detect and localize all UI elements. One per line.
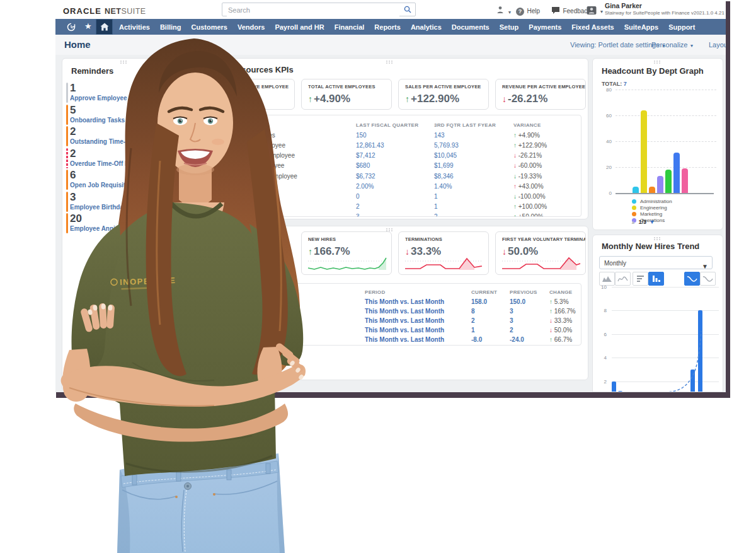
table-value-link[interactable]: $10,045 bbox=[434, 152, 513, 159]
variance-cell: ↓ 33.3% bbox=[549, 317, 581, 324]
table-value-link[interactable]: 2 bbox=[434, 213, 513, 217]
table-value-link[interactable]: 150 bbox=[356, 132, 434, 139]
help-icon: ? bbox=[516, 8, 524, 16]
period-link[interactable]: This Month vs. Last Month bbox=[365, 298, 471, 305]
turnover-kpi-tile[interactable]: TERMINATIONS↓33.3% bbox=[398, 231, 489, 275]
nav-item-vendors[interactable]: Vendors bbox=[238, 23, 265, 31]
arrow-up-icon: ↑ bbox=[549, 298, 553, 305]
drag-handle[interactable] bbox=[386, 228, 392, 230]
roles-menu[interactable]: ▼ bbox=[496, 5, 512, 16]
nav-item-analytics[interactable]: Analytics bbox=[411, 23, 442, 31]
home-icon bbox=[100, 23, 109, 31]
table-value-link[interactable]: 2.00% bbox=[356, 183, 434, 190]
headcount-bar bbox=[641, 110, 647, 193]
chevron-down-icon: ▼ bbox=[599, 9, 604, 14]
legend-label: Marketing bbox=[640, 211, 662, 217]
variance-cell: ↑ 5.3% bbox=[549, 298, 581, 305]
nav-item-documents[interactable]: Documents bbox=[452, 23, 490, 31]
table-value-link[interactable]: $6,732 bbox=[356, 173, 434, 180]
help-button[interactable]: ? Help bbox=[516, 4, 540, 16]
y-axis-tick: 0 bbox=[598, 190, 612, 196]
period-link[interactable]: This Month vs. Last Month bbox=[365, 317, 471, 324]
table-value-link[interactable]: 1 bbox=[471, 327, 510, 334]
table-value-link[interactable]: 12,861.43 bbox=[356, 142, 434, 149]
variance-cell: ↓ 50.0% bbox=[549, 327, 581, 334]
table-value-link[interactable]: 150.0 bbox=[510, 298, 549, 305]
table-value-link[interactable]: 2 bbox=[510, 327, 549, 334]
col-header: PREVIOUS bbox=[510, 289, 549, 295]
table-value-link[interactable]: 2 bbox=[471, 317, 510, 324]
table-value-link[interactable]: 3 bbox=[510, 308, 549, 315]
variance-cell: ↑ 166.7% bbox=[549, 308, 581, 315]
arrow-down-icon: ↓ bbox=[513, 193, 517, 200]
nav-item-billing[interactable]: Billing bbox=[160, 23, 181, 31]
table-value-link[interactable]: 0 bbox=[356, 193, 434, 200]
new-hires-trend-portlet: Monthly New Hires Trend Monthly ▼ 246810 bbox=[592, 235, 723, 392]
variance-cell: ↓ -19.33% bbox=[513, 173, 581, 180]
headcount-portlet: Headcount By Dept Graph TOTAL: 7 0204060… bbox=[592, 58, 723, 230]
drag-handle[interactable] bbox=[386, 61, 392, 62]
arrow-up-icon: ↑ bbox=[549, 336, 553, 343]
headcount-bar bbox=[665, 170, 672, 193]
layout-dropdown[interactable]: Layout ▼ bbox=[709, 41, 726, 49]
table-value-link[interactable]: 3 bbox=[356, 213, 434, 217]
legend-item: Administration bbox=[632, 199, 672, 204]
page-up-icon[interactable]: ▲ bbox=[631, 219, 636, 225]
col-header: CHANGE bbox=[549, 289, 581, 295]
table-value-link[interactable]: -24.0 bbox=[510, 336, 549, 343]
table-value-link[interactable]: 1 bbox=[434, 193, 513, 200]
global-search[interactable] bbox=[222, 3, 416, 16]
table-value-link[interactable]: $1,699 bbox=[434, 162, 513, 169]
table-value-link[interactable]: 1.40% bbox=[434, 183, 513, 190]
tab-home[interactable] bbox=[96, 19, 113, 35]
gridline bbox=[616, 115, 716, 116]
table-value-link[interactable]: 8 bbox=[471, 308, 510, 315]
table-value-link[interactable]: $8,346 bbox=[434, 173, 513, 180]
table-value-link[interactable]: -8.0 bbox=[471, 336, 510, 343]
legend-label: Administration bbox=[640, 199, 672, 204]
nav-item-support[interactable]: Support bbox=[668, 23, 695, 31]
nav-item-payments[interactable]: Payments bbox=[529, 23, 561, 31]
nav-item-fixed-assets[interactable]: Fixed Assets bbox=[571, 23, 614, 31]
arrow-up-icon: ↑ bbox=[513, 142, 517, 149]
nav-item-financial[interactable]: Financial bbox=[335, 23, 365, 31]
recent-records-icon[interactable] bbox=[67, 23, 76, 32]
variance-cell: ↑ +50.00% bbox=[513, 213, 581, 217]
table-value-link[interactable]: 2 bbox=[356, 203, 434, 210]
feedback-button[interactable]: Feedback bbox=[551, 4, 590, 16]
nav-item-reports[interactable]: Reports bbox=[374, 23, 401, 31]
search-icon[interactable] bbox=[404, 6, 411, 13]
table-value-link[interactable]: $7,412 bbox=[356, 152, 434, 159]
nav-item-activities[interactable]: Activities bbox=[119, 23, 150, 31]
col-header: 3RD FQTR LAST FYEAR bbox=[434, 122, 513, 128]
nav-item-suiteapps[interactable]: SuiteApps bbox=[624, 23, 658, 31]
period-link[interactable]: This Month vs. Last Month bbox=[365, 308, 471, 315]
hr-kpi-tile[interactable]: SALES PER ACTIVE EMPLOYEE↑+122.90% bbox=[398, 79, 489, 110]
arrow-up-icon: ↑ bbox=[513, 183, 517, 190]
hr-kpi-tile[interactable]: REVENUE PER ACTIVE EMPLOYEE↓-26.21% bbox=[495, 79, 586, 110]
y-axis-tick: 40 bbox=[598, 139, 612, 144]
legend-item: Marketing bbox=[632, 211, 662, 217]
turnover-kpi-tile[interactable]: FIRST YEAR VOLUNTARY TERMINATIONS↓50.0% bbox=[495, 231, 586, 275]
nav-item-payroll-and-hr[interactable]: Payroll and HR bbox=[275, 23, 324, 31]
shortcuts-star-icon[interactable]: ★ bbox=[84, 21, 92, 31]
page-indicator: 1/3 bbox=[638, 219, 646, 225]
search-input[interactable] bbox=[227, 4, 399, 16]
table-value-link[interactable]: $680 bbox=[356, 162, 434, 169]
table-value-link[interactable]: 1 bbox=[434, 203, 513, 210]
table-value-link[interactable]: 5,769.93 bbox=[434, 142, 513, 149]
period-link[interactable]: This Month vs. Last Month bbox=[365, 336, 471, 343]
user-menu[interactable]: ▼ bbox=[587, 4, 604, 16]
page-down-icon[interactable]: ▼ bbox=[649, 219, 655, 225]
top-bar: ORACLENETSUITE ▼ ? Help Feedback ▼ Gina … bbox=[55, 0, 726, 19]
table-value-link[interactable]: 3 bbox=[510, 317, 549, 324]
table-value-link[interactable]: 143 bbox=[434, 132, 513, 139]
nav-item-customers[interactable]: Customers bbox=[192, 23, 227, 31]
arrow-down-icon: ↓ bbox=[502, 94, 507, 104]
arrow-up-icon: ↑ bbox=[549, 308, 553, 315]
y-axis-tick: 80 bbox=[598, 87, 612, 93]
personalize-dropdown[interactable]: Personalize ▼ bbox=[651, 41, 694, 49]
table-value-link[interactable]: 158.0 bbox=[471, 298, 510, 305]
period-link[interactable]: This Month vs. Last Month bbox=[365, 327, 471, 334]
nav-item-setup[interactable]: Setup bbox=[500, 23, 519, 31]
